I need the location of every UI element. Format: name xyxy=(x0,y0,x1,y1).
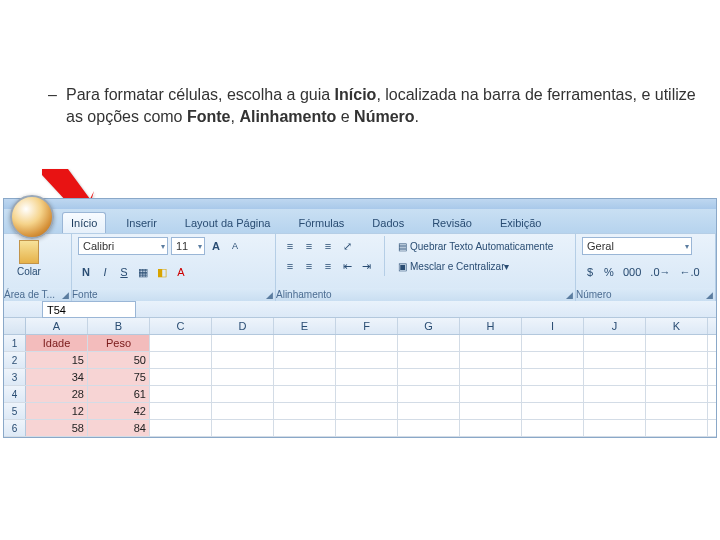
cell[interactable] xyxy=(274,369,336,385)
tab-inserir[interactable]: Inserir xyxy=(118,213,165,233)
col-header[interactable]: C xyxy=(150,318,212,334)
dialog-launcher-icon[interactable]: ◢ xyxy=(706,290,715,300)
cell[interactable] xyxy=(212,369,274,385)
cell[interactable] xyxy=(398,369,460,385)
grow-font-icon[interactable]: A xyxy=(208,237,224,255)
tab-revisao[interactable]: Revisão xyxy=(424,213,480,233)
cell[interactable]: 12 xyxy=(26,403,88,419)
merge-center-button[interactable]: ▣Mesclar e Centralizar ▾ xyxy=(395,257,512,275)
align-left-icon[interactable]: ≡ xyxy=(282,257,298,275)
cell[interactable]: 61 xyxy=(88,386,150,402)
cell[interactable] xyxy=(584,403,646,419)
align-right-icon[interactable]: ≡ xyxy=(320,257,336,275)
row-header[interactable]: 1 xyxy=(4,335,26,351)
cell[interactable] xyxy=(584,420,646,436)
percent-icon[interactable]: % xyxy=(601,263,617,281)
tab-exibicao[interactable]: Exibição xyxy=(492,213,550,233)
cell[interactable] xyxy=(646,403,708,419)
row-header[interactable]: 5 xyxy=(4,403,26,419)
cell[interactable] xyxy=(212,420,274,436)
cell[interactable]: 34 xyxy=(26,369,88,385)
cell[interactable] xyxy=(398,352,460,368)
cell[interactable] xyxy=(150,335,212,351)
fill-color-button[interactable]: ◧ xyxy=(154,263,170,281)
row-header[interactable]: 3 xyxy=(4,369,26,385)
align-center-icon[interactable]: ≡ xyxy=(301,257,317,275)
bold-button[interactable]: N xyxy=(78,263,94,281)
row-header[interactable]: 6 xyxy=(4,420,26,436)
cell[interactable] xyxy=(274,335,336,351)
row-header[interactable]: 2 xyxy=(4,352,26,368)
currency-icon[interactable]: $ xyxy=(582,263,598,281)
cell[interactable]: Idade xyxy=(26,335,88,351)
cell[interactable]: 42 xyxy=(88,403,150,419)
col-header[interactable]: I xyxy=(522,318,584,334)
row-header[interactable]: 4 xyxy=(4,386,26,402)
cell[interactable] xyxy=(398,335,460,351)
italic-button[interactable]: I xyxy=(97,263,113,281)
cell[interactable] xyxy=(584,352,646,368)
cell[interactable] xyxy=(584,386,646,402)
dialog-launcher-icon[interactable]: ◢ xyxy=(266,290,275,300)
shrink-font-icon[interactable]: A xyxy=(227,237,243,255)
cell[interactable] xyxy=(460,386,522,402)
cell[interactable]: Peso xyxy=(88,335,150,351)
office-button[interactable] xyxy=(10,195,54,239)
cell[interactable] xyxy=(336,403,398,419)
cell[interactable]: 58 xyxy=(26,420,88,436)
underline-button[interactable]: S xyxy=(116,263,132,281)
border-button[interactable]: ▦ xyxy=(135,263,151,281)
increase-decimal-icon[interactable]: .0→ xyxy=(647,263,673,281)
tab-dados[interactable]: Dados xyxy=(364,213,412,233)
cell[interactable] xyxy=(150,369,212,385)
cell[interactable] xyxy=(274,386,336,402)
cell[interactable] xyxy=(522,420,584,436)
wrap-text-button[interactable]: ▤Quebrar Texto Automaticamente xyxy=(395,237,556,255)
cell[interactable] xyxy=(212,352,274,368)
number-format-select[interactable]: Geral xyxy=(582,237,692,255)
tab-inicio[interactable]: Início xyxy=(62,212,106,233)
cell[interactable] xyxy=(398,403,460,419)
cell[interactable] xyxy=(646,352,708,368)
cell[interactable]: 28 xyxy=(26,386,88,402)
cell[interactable]: 75 xyxy=(88,369,150,385)
cell[interactable] xyxy=(646,386,708,402)
name-box[interactable]: T54 xyxy=(42,301,136,318)
decrease-indent-icon[interactable]: ⇤ xyxy=(339,257,355,275)
cell[interactable] xyxy=(646,369,708,385)
cell[interactable] xyxy=(274,352,336,368)
cell[interactable] xyxy=(460,420,522,436)
cell[interactable] xyxy=(274,403,336,419)
comma-icon[interactable]: 000 xyxy=(620,263,644,281)
cell[interactable] xyxy=(212,403,274,419)
cell[interactable] xyxy=(460,403,522,419)
cell[interactable] xyxy=(212,386,274,402)
cell[interactable] xyxy=(522,335,584,351)
cell[interactable] xyxy=(522,369,584,385)
col-header[interactable]: A xyxy=(26,318,88,334)
cell[interactable] xyxy=(336,369,398,385)
paste-button[interactable]: Colar xyxy=(10,236,48,280)
cell[interactable] xyxy=(584,335,646,351)
cell[interactable] xyxy=(274,420,336,436)
cell[interactable] xyxy=(336,386,398,402)
cell[interactable]: 50 xyxy=(88,352,150,368)
font-name-select[interactable]: Calibri xyxy=(78,237,168,255)
cell[interactable] xyxy=(150,420,212,436)
cell[interactable] xyxy=(460,335,522,351)
col-header[interactable]: B xyxy=(88,318,150,334)
cell[interactable] xyxy=(646,335,708,351)
cell[interactable] xyxy=(460,352,522,368)
align-middle-icon[interactable]: ≡ xyxy=(301,237,317,255)
cell[interactable] xyxy=(336,335,398,351)
col-header[interactable]: E xyxy=(274,318,336,334)
increase-indent-icon[interactable]: ⇥ xyxy=(358,257,374,275)
cell[interactable] xyxy=(398,420,460,436)
cell[interactable] xyxy=(150,352,212,368)
cell[interactable]: 84 xyxy=(88,420,150,436)
cell[interactable] xyxy=(336,352,398,368)
cell[interactable] xyxy=(336,420,398,436)
tab-layout[interactable]: Layout da Página xyxy=(177,213,279,233)
cell[interactable] xyxy=(460,369,522,385)
dialog-launcher-icon[interactable]: ◢ xyxy=(566,290,575,300)
